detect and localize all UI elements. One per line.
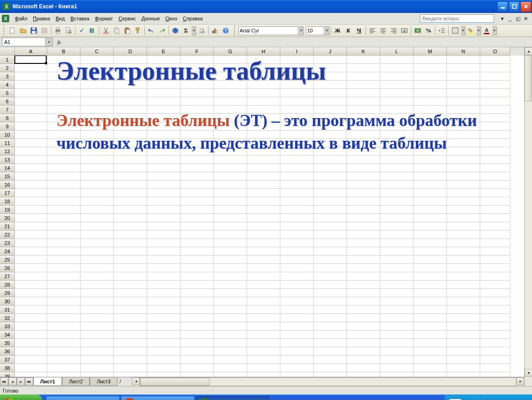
taskbar-item-2[interactable]: XMicrosoft Excel - Кни...	[196, 396, 270, 400]
doc-icon[interactable]: X	[2, 15, 9, 22]
sheet-tab-2[interactable]: Лист2	[62, 377, 90, 386]
row-header-35[interactable]: 35	[0, 339, 15, 347]
autosum-button[interactable]: Σ	[181, 25, 191, 36]
italic-button[interactable]: К	[343, 25, 353, 36]
row-header-10[interactable]: 10	[0, 131, 15, 139]
menu-правка[interactable]: Правка	[30, 15, 53, 22]
spelling-button[interactable]: ✓	[77, 25, 87, 36]
row-header-11[interactable]: 11	[0, 139, 15, 147]
maximize-button[interactable]	[509, 1, 520, 12]
row-header-21[interactable]: 21	[0, 222, 15, 231]
column-header-N[interactable]: N	[447, 47, 480, 56]
row-header-15[interactable]: 15	[0, 172, 15, 181]
toolbar-grip-2[interactable]	[234, 25, 236, 36]
open-file-button[interactable]	[18, 25, 28, 36]
fill-color-button[interactable]	[466, 25, 476, 36]
copy-button[interactable]	[111, 25, 122, 36]
hyperlink-button[interactable]	[170, 25, 180, 36]
row-header-24[interactable]: 24	[0, 247, 15, 256]
permission-button[interactable]	[39, 25, 49, 36]
menu-файл[interactable]: Файл	[12, 15, 30, 22]
new-file-button[interactable]	[7, 25, 18, 36]
hscroll-left-button[interactable]: ◂	[132, 377, 140, 385]
row-header-33[interactable]: 33	[0, 322, 15, 331]
start-button[interactable]: пуск	[0, 394, 42, 400]
select-all-corner[interactable]	[0, 47, 15, 56]
menu-данные[interactable]: Данные	[139, 15, 163, 22]
menu-вид[interactable]: Вид	[53, 15, 68, 22]
toolbar-grip[interactable]	[3, 25, 6, 36]
row-header-12[interactable]: 12	[0, 147, 15, 156]
column-header-C[interactable]: C	[80, 47, 114, 56]
borders-button[interactable]	[450, 25, 460, 36]
row-header-14[interactable]: 14	[0, 164, 15, 172]
taskbar-item-0[interactable]: Мои документы	[46, 396, 120, 400]
row-header-2[interactable]: 2	[0, 64, 15, 72]
align-right-button[interactable]	[389, 25, 399, 36]
fx-icon[interactable]: fx	[57, 39, 61, 45]
cut-button[interactable]	[101, 25, 111, 36]
formula-input[interactable]	[66, 38, 532, 46]
minimize-button[interactable]	[497, 1, 508, 12]
row-header-31[interactable]: 31	[0, 306, 15, 314]
column-header-O[interactable]: O	[480, 47, 510, 56]
column-header-F[interactable]: F	[180, 47, 214, 56]
row-header-32[interactable]: 32	[0, 314, 15, 322]
row-header-29[interactable]: 29	[0, 289, 15, 297]
cells-grid[interactable]: Электронные таблицы Электронные таблицы …	[15, 56, 524, 377]
tray-keyboard-icon[interactable]	[504, 398, 512, 400]
row-header-28[interactable]: 28	[0, 281, 15, 289]
column-header-L[interactable]: L	[380, 47, 414, 56]
font-color-button[interactable]: A	[482, 25, 492, 36]
menu-формат[interactable]: Формат	[92, 15, 116, 22]
name-box[interactable]: A1	[2, 38, 46, 46]
row-header-6[interactable]: 6	[0, 97, 15, 106]
sheet-tab-1[interactable]: Лист1	[33, 377, 62, 386]
tab-nav-last[interactable]: ⏭	[25, 377, 33, 386]
align-left-button[interactable]	[367, 25, 377, 36]
row-header-4[interactable]: 4	[0, 81, 15, 89]
print-preview-button[interactable]	[63, 25, 74, 36]
vscroll-thumb[interactable]	[525, 55, 532, 101]
column-header-E[interactable]: E	[147, 47, 180, 56]
font-name-select[interactable]	[238, 26, 298, 35]
tab-nav-prev[interactable]: ◂	[8, 377, 17, 386]
row-header-34[interactable]: 34	[0, 331, 15, 339]
column-header-B[interactable]: B	[47, 47, 80, 56]
tab-nav-first[interactable]: ⏮	[0, 377, 8, 386]
bold-button[interactable]: Ж	[333, 25, 343, 36]
merge-center-button[interactable]: a	[399, 25, 409, 36]
doc-close-button[interactable]: ✕	[522, 15, 529, 22]
font-size-dropdown[interactable]: ▾	[325, 26, 329, 35]
column-header-M[interactable]: M	[414, 47, 447, 56]
help-question-input[interactable]	[420, 14, 494, 23]
doc-restore-button[interactable]: ◱	[514, 15, 521, 22]
row-header-30[interactable]: 30	[0, 297, 15, 306]
row-header-23[interactable]: 23	[0, 239, 15, 247]
column-header-D[interactable]: D	[114, 47, 147, 56]
vscroll-track[interactable]	[525, 55, 532, 369]
row-header-16[interactable]: 16	[0, 181, 15, 189]
font-name-dropdown[interactable]: ▾	[299, 26, 303, 35]
doc-minimize-button[interactable]: _	[507, 15, 513, 22]
column-header-J[interactable]: J	[314, 47, 347, 56]
decrease-indent-button[interactable]	[437, 25, 447, 36]
close-button[interactable]	[520, 1, 531, 12]
column-header-K[interactable]: K	[347, 47, 380, 56]
chart-wizard-button[interactable]	[210, 25, 220, 36]
paste-button[interactable]	[122, 25, 132, 36]
hscroll-right-button[interactable]: ▸	[516, 377, 524, 385]
fill-color-dropdown[interactable]: ▾	[476, 26, 481, 35]
percent-button[interactable]: %	[423, 25, 433, 36]
help-button[interactable]: ?	[221, 25, 231, 36]
font-size-select[interactable]	[306, 26, 324, 35]
row-header-8[interactable]: 8	[0, 114, 15, 122]
print-button[interactable]	[53, 25, 63, 36]
tab-nav-next[interactable]: ▸	[17, 377, 25, 386]
row-header-38[interactable]: 38	[0, 364, 15, 372]
dropdown-arrow-icon[interactable]: ▾	[499, 15, 506, 22]
align-center-button[interactable]	[378, 25, 388, 36]
undo-button[interactable]	[146, 25, 156, 36]
row-header-18[interactable]: 18	[0, 197, 15, 206]
name-box-dropdown[interactable]: ▾	[46, 38, 53, 46]
